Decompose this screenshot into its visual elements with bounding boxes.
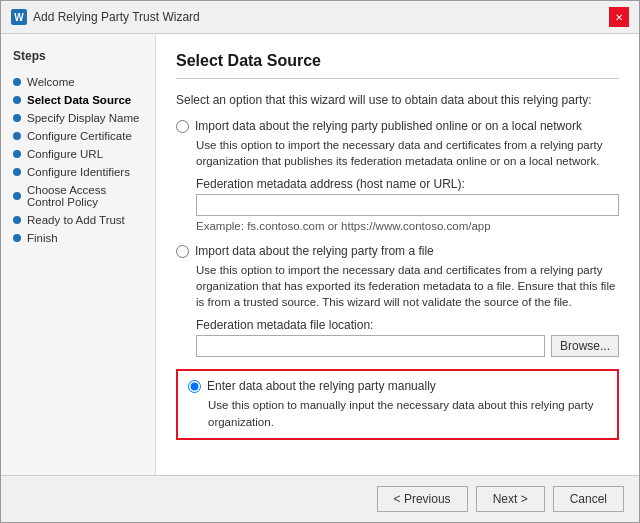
content-area: Steps Welcome Select Data Source Specify… (1, 34, 639, 475)
option1-example: Example: fs.contoso.com or https://www.c… (196, 220, 619, 232)
close-button[interactable]: ✕ (609, 7, 629, 27)
sidebar-item-configure-url[interactable]: Configure URL (1, 145, 155, 163)
option1-radio[interactable] (176, 120, 189, 133)
step-dot-configure-identifiers (13, 168, 21, 176)
sidebar-label-welcome: Welcome (27, 76, 75, 88)
sidebar-label-finish: Finish (27, 232, 58, 244)
step-dot-select-data-source (13, 96, 21, 104)
sidebar: Steps Welcome Select Data Source Specify… (1, 34, 156, 475)
option2-description: Use this option to import the necessary … (196, 262, 619, 310)
sidebar-label-ready-to-add: Ready to Add Trust (27, 214, 125, 226)
option1-group: Import data about the relying party publ… (176, 119, 619, 232)
option3-radio-row: Enter data about the relying party manua… (188, 379, 607, 393)
option3-label[interactable]: Enter data about the relying party manua… (207, 379, 436, 393)
option3-description: Use this option to manually input the ne… (208, 397, 607, 429)
sidebar-item-specify-display-name[interactable]: Specify Display Name (1, 109, 155, 127)
option2-group: Import data about the relying party from… (176, 244, 619, 357)
window-title: Add Relying Party Trust Wizard (33, 10, 200, 24)
sidebar-item-access-control[interactable]: Choose Access Control Policy (1, 181, 155, 211)
option3-radio[interactable] (188, 380, 201, 393)
previous-button[interactable]: < Previous (377, 486, 468, 512)
sidebar-label-access-control: Choose Access Control Policy (27, 184, 143, 208)
federation-metadata-url-input[interactable] (196, 194, 619, 216)
sidebar-item-configure-identifiers[interactable]: Configure Identifiers (1, 163, 155, 181)
next-button[interactable]: Next > (476, 486, 545, 512)
federation-metadata-file-input[interactable] (196, 335, 545, 357)
option2-radio-row: Import data about the relying party from… (176, 244, 619, 258)
sidebar-item-finish[interactable]: Finish (1, 229, 155, 247)
sidebar-item-welcome[interactable]: Welcome (1, 73, 155, 91)
sidebar-item-configure-certificate[interactable]: Configure Certificate (1, 127, 155, 145)
option2-label[interactable]: Import data about the relying party from… (195, 244, 434, 258)
step-dot-welcome (13, 78, 21, 86)
cancel-button[interactable]: Cancel (553, 486, 624, 512)
sidebar-label-configure-certificate: Configure Certificate (27, 130, 132, 142)
browse-button[interactable]: Browse... (551, 335, 619, 357)
main-panel: Select Data Source Select an option that… (156, 34, 639, 475)
sidebar-label-select-data-source: Select Data Source (27, 94, 131, 106)
option1-description: Use this option to import the necessary … (196, 137, 619, 169)
sidebar-label-configure-identifiers: Configure Identifiers (27, 166, 130, 178)
sidebar-label-specify-display-name: Specify Display Name (27, 112, 139, 124)
sidebar-item-ready-to-add[interactable]: Ready to Add Trust (1, 211, 155, 229)
page-title: Select Data Source (176, 52, 619, 79)
step-dot-configure-url (13, 150, 21, 158)
option1-label[interactable]: Import data about the relying party publ… (195, 119, 582, 133)
title-bar-left: W Add Relying Party Trust Wizard (11, 9, 200, 25)
file-input-row: Browse... (196, 335, 619, 357)
wizard-icon: W (11, 9, 27, 25)
option2-radio[interactable] (176, 245, 189, 258)
wizard-window: W Add Relying Party Trust Wizard ✕ Steps… (0, 0, 640, 523)
option1-radio-row: Import data about the relying party publ… (176, 119, 619, 133)
sidebar-label-configure-url: Configure URL (27, 148, 103, 160)
title-bar: W Add Relying Party Trust Wizard ✕ (1, 1, 639, 34)
option2-field-label: Federation metadata file location: (196, 318, 619, 332)
step-dot-specify-display-name (13, 114, 21, 122)
step-dot-configure-certificate (13, 132, 21, 140)
sidebar-heading: Steps (1, 49, 155, 73)
footer: < Previous Next > Cancel (1, 475, 639, 522)
option1-field-label: Federation metadata address (host name o… (196, 177, 619, 191)
step-dot-finish (13, 234, 21, 242)
step-dot-access-control (13, 192, 21, 200)
step-dot-ready-to-add (13, 216, 21, 224)
option3-box: Enter data about the relying party manua… (176, 369, 619, 439)
intro-text: Select an option that this wizard will u… (176, 93, 619, 107)
sidebar-item-select-data-source[interactable]: Select Data Source (1, 91, 155, 109)
